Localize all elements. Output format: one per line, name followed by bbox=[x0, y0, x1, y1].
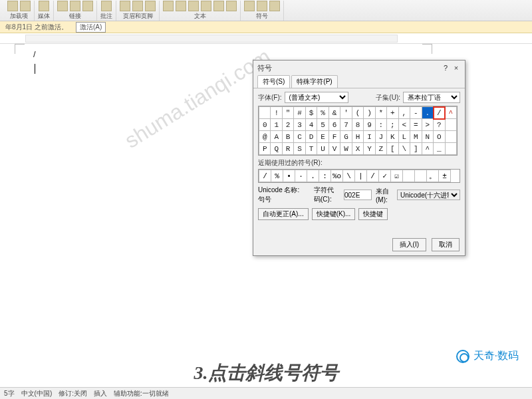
recent-symbol-cell[interactable]: 。 bbox=[427, 170, 439, 182]
symbol-cell[interactable]: K bbox=[387, 131, 398, 143]
dialog-titlebar[interactable]: 符号 ? × bbox=[253, 61, 465, 75]
recent-symbol-cell[interactable]: \ bbox=[343, 170, 355, 182]
symbol-cell[interactable]: I bbox=[364, 131, 375, 143]
ribbon-icon[interactable] bbox=[163, 1, 174, 11]
symbol-cell[interactable]: W bbox=[340, 143, 352, 155]
recent-symbol-cell[interactable]: ☑ bbox=[391, 170, 403, 182]
symbol-cell[interactable]: ! bbox=[271, 107, 282, 119]
font-select[interactable]: (普通文本) bbox=[285, 92, 348, 103]
symbol-cell[interactable]: D bbox=[305, 131, 317, 143]
symbol-cell[interactable]: H bbox=[352, 131, 363, 143]
ribbon-icon[interactable] bbox=[57, 1, 68, 11]
ribbon-icon[interactable] bbox=[7, 1, 18, 11]
symbol-cell[interactable]: G bbox=[340, 131, 352, 143]
symbol-cell[interactable]: R bbox=[282, 143, 293, 155]
symbol-cell[interactable]: M bbox=[410, 131, 422, 143]
shortcut-button[interactable]: 快捷键 bbox=[358, 208, 388, 220]
symbol-cell[interactable]: & bbox=[329, 107, 340, 119]
symbol-cell[interactable]: @ bbox=[259, 131, 271, 143]
symbol-cell[interactable]: E bbox=[317, 131, 329, 143]
ribbon-icon[interactable] bbox=[188, 1, 199, 11]
symbol-cell[interactable]: # bbox=[294, 107, 305, 119]
ribbon-icon[interactable] bbox=[101, 1, 112, 11]
symbol-cell[interactable]: Z bbox=[375, 143, 386, 155]
recent-grid[interactable]: /%•·.:%o\|/✓☑ 。± bbox=[258, 169, 460, 183]
symbol-cell[interactable]: \ bbox=[398, 143, 410, 155]
recent-symbol-cell[interactable]: : bbox=[319, 170, 331, 182]
subset-select[interactable]: 基本拉丁语 bbox=[403, 92, 460, 103]
symbol-cell[interactable]: ^ bbox=[422, 143, 433, 155]
symbol-cell[interactable]: 6 bbox=[329, 119, 340, 131]
ribbon-icon[interactable] bbox=[269, 1, 280, 11]
symbol-cell[interactable]: " bbox=[282, 107, 293, 119]
cancel-button[interactable]: 取消 bbox=[432, 238, 460, 251]
symbol-cell[interactable]: / bbox=[434, 107, 445, 119]
symbol-cell[interactable]: N bbox=[422, 131, 433, 143]
status-item[interactable]: 修订:关闭 bbox=[59, 389, 87, 398]
symbol-cell[interactable]: ) bbox=[364, 107, 375, 119]
symbol-cell[interactable]: . bbox=[422, 107, 433, 119]
symbol-cell[interactable]: J bbox=[375, 131, 386, 143]
ribbon-icon[interactable] bbox=[257, 1, 267, 11]
symbol-cell[interactable] bbox=[445, 119, 457, 131]
symbol-cell[interactable]: * bbox=[375, 107, 386, 119]
symbol-cell[interactable]: X bbox=[352, 143, 363, 155]
recent-symbol-cell[interactable]: ± bbox=[439, 170, 451, 182]
symbol-cell[interactable]: O bbox=[434, 131, 445, 143]
activate-button[interactable]: 激活(A) bbox=[76, 22, 106, 33]
ribbon-icon[interactable] bbox=[132, 1, 143, 11]
symbol-cell[interactable]: ( bbox=[352, 107, 363, 119]
autocorrect-button[interactable]: 自动更正(A)... bbox=[258, 208, 309, 220]
status-item[interactable]: 中文(中国) bbox=[21, 389, 53, 398]
status-item[interactable]: 辅助功能:一切就绪 bbox=[114, 389, 169, 398]
ribbon-icon[interactable] bbox=[213, 1, 224, 11]
symbol-cell[interactable]: $ bbox=[305, 107, 317, 119]
symbol-cell[interactable]: _ bbox=[434, 143, 445, 155]
symbol-cell[interactable]: - bbox=[410, 107, 422, 119]
symbol-cell[interactable]: [ bbox=[387, 143, 398, 155]
symbol-cell[interactable]: L bbox=[398, 131, 410, 143]
symbol-cell[interactable]: C bbox=[294, 131, 305, 143]
status-item[interactable]: 插入 bbox=[94, 389, 107, 398]
charcode-input[interactable] bbox=[344, 190, 372, 200]
help-icon[interactable]: ? bbox=[444, 64, 448, 72]
recent-symbol-cell[interactable] bbox=[403, 170, 415, 182]
recent-symbol-cell[interactable]: / bbox=[259, 170, 271, 182]
tab-special-chars[interactable]: 特殊字符(P) bbox=[291, 75, 337, 88]
ribbon-icon[interactable] bbox=[244, 1, 255, 11]
symbol-cell[interactable]: 1 bbox=[271, 119, 282, 131]
symbol-cell[interactable]: B bbox=[282, 131, 293, 143]
symbol-cell[interactable]: = bbox=[410, 119, 422, 131]
ribbon-icon[interactable] bbox=[70, 1, 80, 11]
symbol-cell[interactable]: < bbox=[398, 119, 410, 131]
ribbon-icon[interactable] bbox=[201, 1, 211, 11]
symbol-cell[interactable] bbox=[445, 143, 457, 155]
recent-symbol-cell[interactable]: . bbox=[307, 170, 319, 182]
symbol-cell[interactable]: 0 bbox=[259, 119, 271, 131]
ribbon-icon[interactable] bbox=[82, 1, 93, 11]
symbol-cell[interactable]: T bbox=[305, 143, 317, 155]
symbol-cell[interactable]: F bbox=[329, 131, 340, 143]
symbol-cell[interactable]: 9 bbox=[364, 119, 375, 131]
symbol-cell[interactable]: 4 bbox=[305, 119, 317, 131]
ribbon-icon[interactable] bbox=[20, 1, 31, 11]
symbol-cell[interactable] bbox=[445, 131, 457, 143]
symbol-cell[interactable]: Y bbox=[364, 143, 375, 155]
close-icon[interactable]: × bbox=[452, 63, 461, 72]
recent-symbol-cell[interactable] bbox=[415, 170, 427, 182]
symbol-cell[interactable]: ' bbox=[340, 107, 352, 119]
ribbon-icon[interactable] bbox=[145, 1, 156, 11]
symbol-cell[interactable]: S bbox=[294, 143, 305, 155]
ribbon-icon[interactable] bbox=[39, 1, 49, 11]
symbol-cell[interactable]: , bbox=[398, 107, 410, 119]
symbol-cell[interactable]: + bbox=[387, 107, 398, 119]
ribbon-icon[interactable] bbox=[226, 1, 237, 11]
recent-symbol-cell[interactable]: • bbox=[283, 170, 295, 182]
symbol-cell[interactable]: P bbox=[259, 143, 271, 155]
symbol-cell[interactable]: : bbox=[375, 119, 386, 131]
tab-symbols[interactable]: 符号(S) bbox=[257, 75, 290, 88]
symbol-cell[interactable]: A bbox=[271, 131, 282, 143]
shortcutkey-button[interactable]: 快捷键(K)... bbox=[312, 208, 356, 220]
recent-symbol-cell[interactable]: %o bbox=[331, 170, 343, 182]
recent-symbol-cell[interactable]: · bbox=[295, 170, 307, 182]
